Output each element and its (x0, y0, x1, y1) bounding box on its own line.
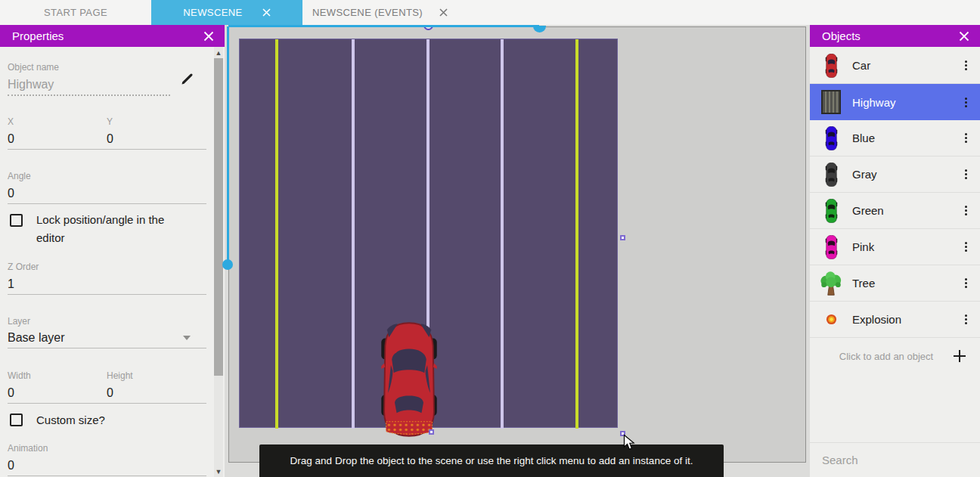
properties-panel: Properties Object name Highway X 0 Y 0 A… (0, 25, 225, 477)
object-row-pink[interactable]: Pink (810, 229, 980, 265)
objects-panel-header: Objects (810, 25, 980, 47)
animation-underline (8, 475, 206, 476)
search-row (810, 442, 980, 477)
scroll-down-icon[interactable]: ▼ (214, 466, 223, 477)
tab-newscene-events[interactable]: NEWSCENE (EVENTS) (302, 0, 457, 25)
properties-panel-header: Properties (0, 25, 225, 47)
x-value[interactable]: 0 (8, 132, 14, 146)
explosion-icon (826, 314, 837, 325)
kebab-menu-icon[interactable] (958, 278, 980, 288)
z-order-underline (8, 294, 206, 295)
tab-label: NEWSCENE (EVENTS) (312, 7, 423, 18)
highway-icon (821, 90, 841, 114)
y-label: Y (107, 116, 113, 127)
close-icon[interactable] (203, 31, 214, 42)
lock-position-checkbox[interactable] (10, 214, 23, 227)
tab-start-page[interactable]: START PAGE (0, 0, 151, 25)
kebab-menu-icon[interactable] (958, 98, 980, 107)
kebab-menu-icon[interactable] (958, 314, 980, 324)
animation-label: Animation (8, 443, 48, 454)
object-row-green[interactable]: Green (810, 193, 980, 229)
angle-underline (8, 203, 206, 204)
object-row-blue[interactable]: Blue (810, 120, 980, 156)
chevron-down-icon[interactable] (183, 336, 191, 340)
plus-icon[interactable] (952, 348, 967, 364)
z-order-label: Z Order (8, 262, 39, 272)
panel-title: Objects (822, 29, 861, 42)
custom-size-checkbox[interactable] (10, 414, 23, 426)
tab-label: START PAGE (44, 7, 107, 18)
close-icon[interactable] (439, 8, 448, 17)
object-name-underline (8, 94, 170, 96)
layer-label: Layer (8, 316, 30, 327)
car-icon (825, 163, 838, 187)
panel-scrollbar-thumb[interactable] (214, 58, 223, 376)
scene-canvas[interactable] (228, 26, 806, 463)
resize-handle-right[interactable] (620, 235, 625, 240)
panel-title: Properties (12, 29, 64, 42)
width-label: Width (8, 370, 31, 381)
animation-value[interactable]: 0 (8, 459, 14, 472)
object-row-explosion[interactable]: Explosion (810, 302, 980, 338)
scene-area: Drag and Drop the object to the scene or… (225, 25, 809, 477)
close-icon[interactable] (262, 8, 271, 17)
tree-icon (818, 271, 844, 296)
add-object-row[interactable]: Click to add an object (810, 338, 980, 374)
search-input[interactable] (822, 454, 972, 466)
tab-newscene[interactable]: NEWSCENE (151, 0, 302, 25)
width-value[interactable]: 0 (8, 386, 14, 400)
angle-label: Angle (8, 171, 31, 181)
lane-line (501, 39, 504, 429)
car-instance[interactable] (380, 322, 438, 437)
horizontal-scrollbar[interactable] (228, 25, 539, 27)
kebab-menu-icon[interactable] (958, 60, 980, 70)
z-order-value[interactable]: 1 (8, 277, 14, 291)
lane-line (352, 39, 355, 429)
x-label: X (8, 116, 14, 127)
vertical-scrollbar-thumb[interactable] (222, 259, 233, 270)
object-label: Pink (852, 240, 958, 253)
car-icon (825, 54, 838, 78)
object-label: Gray (852, 168, 958, 181)
object-row-tree[interactable]: Tree (810, 265, 980, 302)
drag-drop-tooltip: Drag and Drop the object to the scene or… (259, 444, 724, 477)
xy-underline (8, 149, 206, 150)
object-row-car[interactable]: Car (810, 48, 980, 84)
object-row-highway[interactable]: Highway (810, 84, 980, 120)
pencil-icon[interactable] (180, 71, 195, 86)
lane-line (275, 39, 278, 429)
lane-line (575, 39, 578, 429)
height-label: Height (107, 370, 133, 381)
layer-underline (8, 348, 206, 348)
object-label: Car (852, 59, 958, 72)
resize-handle-bottom[interactable] (429, 429, 434, 435)
scroll-up-icon[interactable]: ▲ (214, 48, 223, 58)
tab-label: NEWSCENE (183, 7, 242, 18)
vertical-scrollbar[interactable] (227, 26, 229, 265)
custom-size-label: Custom size? (36, 411, 105, 429)
tab-bar: START PAGE NEWSCENE NEWSCENE (EVENTS) (0, 0, 980, 25)
lock-position-label: Lock position/angle in the editor (36, 211, 188, 247)
object-label: Tree (852, 277, 958, 290)
objects-panel: Objects Car Highway Blue (809, 25, 980, 477)
car-icon (825, 126, 838, 150)
object-name-label: Object name (8, 62, 59, 73)
object-label: Explosion (852, 313, 958, 326)
size-underline (8, 403, 206, 404)
height-value[interactable]: 0 (107, 386, 113, 400)
angle-value[interactable]: 0 (8, 187, 14, 200)
object-row-gray[interactable]: Gray (810, 156, 980, 193)
kebab-menu-icon[interactable] (958, 133, 980, 143)
close-icon[interactable] (959, 31, 969, 42)
layer-select-value[interactable]: Base layer (8, 331, 65, 345)
kebab-menu-icon[interactable] (958, 206, 980, 215)
car-icon (825, 235, 838, 259)
y-value[interactable]: 0 (107, 132, 113, 146)
mouse-cursor (623, 434, 636, 451)
tooltip-text: Drag and Drop the object to the scene or… (290, 455, 693, 466)
object-label: Green (852, 204, 958, 217)
kebab-menu-icon[interactable] (958, 169, 980, 179)
object-name-value[interactable]: Highway (8, 78, 54, 91)
kebab-menu-icon[interactable] (958, 242, 980, 252)
object-label: Highway (852, 96, 958, 109)
